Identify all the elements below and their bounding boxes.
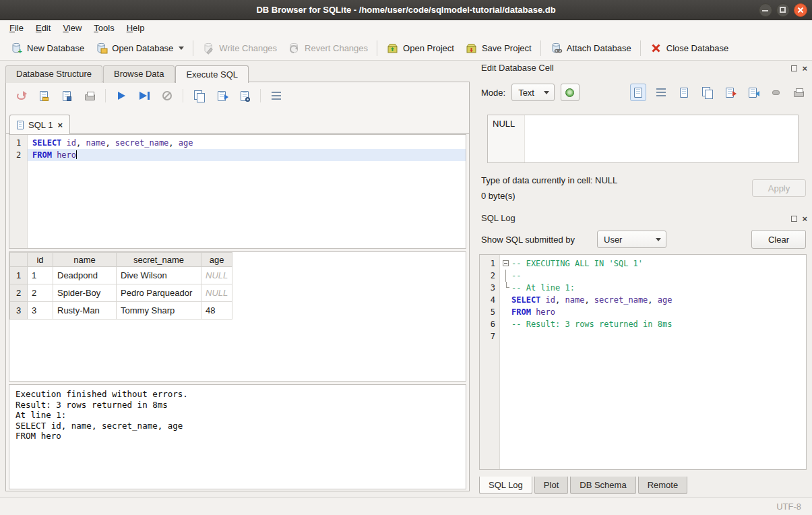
cell-age[interactable]: NULL bbox=[201, 267, 232, 284]
set-null-button[interactable] bbox=[768, 84, 784, 101]
apply-button[interactable]: Apply bbox=[752, 179, 806, 197]
attach-database-button[interactable]: Attach Database bbox=[544, 38, 637, 58]
main-toolbar: + New Database Open Database Write Chang… bbox=[0, 36, 812, 61]
open-sql-file-button[interactable] bbox=[34, 87, 53, 104]
line-number: 6 bbox=[480, 318, 500, 330]
cell-id[interactable]: 2 bbox=[28, 284, 53, 302]
encoding-indicator[interactable]: UTF-8 bbox=[776, 502, 801, 512]
dock-tab-plot[interactable]: Plot bbox=[534, 477, 568, 494]
close-window-button[interactable] bbox=[794, 3, 807, 17]
column-header-age[interactable]: age bbox=[201, 253, 232, 267]
log-text bbox=[511, 330, 806, 342]
wrap-lines-button[interactable] bbox=[653, 84, 669, 101]
sql-log-filter-combo[interactable]: User bbox=[597, 231, 666, 248]
find-replace-button[interactable] bbox=[235, 87, 254, 104]
cell-id[interactable]: 3 bbox=[28, 302, 53, 320]
wrap-lines-icon bbox=[656, 88, 666, 96]
mode-value: Text bbox=[518, 88, 534, 98]
table-row: 2 2 Spider-Boy Pedro Parqueador NULL bbox=[10, 284, 232, 302]
cell-value: NULL bbox=[488, 115, 525, 162]
tab-close-icon[interactable]: × bbox=[57, 121, 63, 129]
sql-editor[interactable]: 1 SELECT id, name, secret_name, age 2 FR… bbox=[9, 134, 466, 249]
cell-age[interactable]: NULL bbox=[201, 284, 232, 302]
duplicate-tab-button[interactable] bbox=[189, 87, 208, 104]
titlebar[interactable]: DB Browser for SQLite - /home/user/code/… bbox=[0, 0, 812, 20]
dock-tab-db-schema[interactable]: DB Schema bbox=[570, 477, 635, 494]
print-button[interactable] bbox=[80, 87, 99, 104]
cell-name[interactable]: Spider-Boy bbox=[53, 284, 117, 302]
cell-id[interactable]: 1 bbox=[28, 267, 53, 284]
collapse-icon[interactable] bbox=[503, 260, 509, 266]
write-changes-button[interactable]: Write Changes bbox=[197, 38, 282, 58]
import-cell-button[interactable] bbox=[745, 84, 761, 101]
text-mode-icon bbox=[634, 88, 642, 98]
menu-edit[interactable]: Edit bbox=[30, 22, 57, 34]
copy-cell-button[interactable] bbox=[699, 84, 715, 101]
text-mode-button[interactable] bbox=[630, 84, 646, 101]
open-project-icon bbox=[386, 42, 399, 55]
cell-editor-area[interactable] bbox=[525, 115, 798, 162]
save-project-button[interactable]: Save Project bbox=[460, 38, 537, 58]
tab-browse-data[interactable]: Browse Data bbox=[103, 65, 175, 83]
cell-name[interactable]: Deadpond bbox=[53, 267, 117, 284]
new-database-button[interactable]: + New Database bbox=[5, 38, 90, 58]
menu-file[interactable]: File bbox=[3, 22, 30, 34]
write-changes-label: Write Changes bbox=[219, 43, 277, 53]
cell-editor[interactable]: NULL bbox=[487, 115, 799, 163]
export-icon bbox=[726, 88, 734, 98]
new-database-label: New Database bbox=[27, 43, 84, 53]
float-panel-icon[interactable] bbox=[791, 65, 797, 71]
revert-changes-button[interactable]: Revert Changes bbox=[282, 38, 373, 58]
close-panel-icon[interactable]: × bbox=[802, 214, 807, 223]
maximize-button[interactable] bbox=[776, 3, 790, 17]
close-panel-icon[interactable]: × bbox=[802, 64, 807, 73]
sql-tab-bar: SQL 1 × bbox=[6, 114, 469, 134]
row-number[interactable]: 1 bbox=[10, 267, 28, 284]
float-panel-icon[interactable] bbox=[791, 216, 797, 222]
save-sql-file-button[interactable] bbox=[57, 87, 76, 104]
sql-log-view[interactable]: 1 -- EXECUTING ALL IN 'SQL 1' 2 -- 3 -- … bbox=[479, 254, 807, 470]
line-number: 7 bbox=[480, 330, 500, 342]
dock-tab-sql-log[interactable]: SQL Log bbox=[479, 477, 532, 494]
execute-all-button[interactable] bbox=[112, 87, 131, 104]
print-cell-button[interactable] bbox=[790, 84, 807, 101]
mode-combo[interactable]: Text bbox=[511, 84, 555, 101]
tab-execute-sql[interactable]: Execute SQL bbox=[175, 65, 249, 83]
column-header-id[interactable]: id bbox=[28, 253, 53, 267]
export-sql-button[interactable] bbox=[212, 87, 231, 104]
cell-name[interactable]: Rusty-Man bbox=[53, 302, 117, 320]
open-project-button[interactable]: Open Project bbox=[381, 38, 460, 58]
message-line: At line 1: bbox=[15, 410, 460, 421]
cell-secret-name[interactable]: Dive Wilson bbox=[117, 267, 201, 284]
auto-format-button[interactable] bbox=[561, 84, 580, 101]
menu-help[interactable]: Help bbox=[121, 22, 151, 34]
execute-line-button[interactable] bbox=[135, 87, 154, 104]
column-header-secret-name[interactable]: secret_name bbox=[117, 253, 201, 267]
open-file-button[interactable] bbox=[676, 84, 692, 101]
close-database-button[interactable]: Close Database bbox=[644, 38, 735, 58]
word-wrap-button[interactable] bbox=[267, 87, 286, 104]
new-sql-tab-button[interactable] bbox=[11, 87, 30, 104]
minimize-button[interactable] bbox=[759, 3, 772, 17]
log-line: 6 -- Result: 3 rows returned in 8ms bbox=[480, 318, 806, 330]
cell-secret-name[interactable]: Tommy Sharp bbox=[117, 302, 201, 320]
duplicate-tab-icon bbox=[194, 90, 204, 101]
dock-tab-remote[interactable]: Remote bbox=[638, 477, 688, 494]
execution-message[interactable]: Execution finished without errors. Resul… bbox=[9, 384, 466, 489]
column-header-name[interactable]: name bbox=[53, 253, 117, 267]
row-number[interactable]: 2 bbox=[10, 284, 28, 302]
open-database-button[interactable]: Open Database bbox=[90, 38, 189, 58]
stop-button[interactable] bbox=[158, 87, 177, 104]
open-database-dropdown-icon[interactable] bbox=[179, 47, 184, 50]
row-number[interactable]: 3 bbox=[10, 302, 28, 320]
header-row: id name secret_name age bbox=[10, 253, 232, 267]
menu-tools[interactable]: Tools bbox=[88, 22, 120, 34]
sql-document-tab[interactable]: SQL 1 × bbox=[9, 115, 70, 134]
cell-age[interactable]: 48 bbox=[201, 302, 232, 320]
menu-view[interactable]: View bbox=[57, 22, 88, 34]
export-cell-button[interactable] bbox=[722, 84, 738, 101]
clear-log-button[interactable]: Clear bbox=[751, 230, 806, 249]
tab-database-structure[interactable]: Database Structure bbox=[5, 65, 102, 83]
cell-secret-name[interactable]: Pedro Parqueador bbox=[117, 284, 201, 302]
fold-marker[interactable] bbox=[500, 258, 511, 270]
